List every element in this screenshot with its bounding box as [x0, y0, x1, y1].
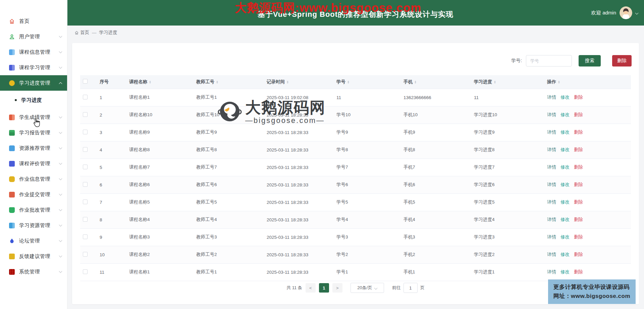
detail-link[interactable]: 详情	[547, 217, 556, 223]
column-header[interactable]: 学号▲▼	[334, 75, 401, 89]
row-checkbox[interactable]	[83, 130, 88, 134]
cell-student-id: 学号1	[334, 263, 401, 281]
search-input[interactable]	[526, 55, 572, 67]
cell-student-id: 学号6	[334, 176, 401, 193]
pagination-page-1[interactable]: 1	[319, 283, 329, 293]
sidebar-item-homework-submit[interactable]: 作业提交管理	[0, 187, 67, 202]
row-checkbox[interactable]	[83, 182, 88, 187]
sidebar-item-feedback[interactable]: 反馈建议管理	[0, 249, 67, 264]
detail-link[interactable]: 详情	[547, 164, 556, 170]
column-header[interactable]: 教师工号▲▼	[194, 75, 264, 89]
sidebar-item-report[interactable]: 学习报告管理	[0, 125, 67, 140]
avatar[interactable]	[620, 6, 632, 19]
sidebar-item-system[interactable]: 系统管理	[0, 264, 67, 279]
edit-link[interactable]: 修改	[560, 147, 570, 153]
column-header[interactable]: 记录时间▲▼	[264, 75, 334, 89]
user-menu[interactable]: 欢迎 admin	[591, 0, 638, 26]
search-button[interactable]: 搜索	[579, 55, 601, 67]
delete-button[interactable]: 删除	[612, 55, 632, 67]
delete-link[interactable]: 删除	[574, 269, 583, 275]
cell-actions: 详情修改删除	[544, 124, 631, 141]
sidebar-item-resource-recommend[interactable]: 资源推荐管理	[0, 140, 67, 156]
detail-link[interactable]: 详情	[547, 147, 556, 153]
edit-link[interactable]: 修改	[560, 199, 570, 205]
row-checkbox[interactable]	[83, 252, 88, 257]
edit-link[interactable]: 修改	[560, 234, 570, 240]
detail-link[interactable]: 详情	[547, 199, 556, 205]
sidebar-item-homework-info[interactable]: 作业信息管理	[0, 171, 67, 187]
edit-link[interactable]: 修改	[560, 269, 570, 275]
sidebar-item-label: 课程学习管理	[19, 64, 50, 71]
row-checkbox[interactable]	[83, 200, 88, 204]
edit-link[interactable]: 修改	[560, 129, 570, 135]
cell-teacher-id: 教师工号6	[194, 176, 264, 193]
column-header[interactable]: 课程名称▲▼	[126, 75, 194, 89]
column-header-label: 记录时间	[267, 79, 285, 85]
sidebar-item-study-resource[interactable]: 学习资源管理	[0, 218, 67, 233]
sidebar-menu: 首页用户管理课程信息管理课程学习管理学习进度管理学习进度学生成绩管理学习报告管理…	[0, 13, 67, 279]
row-checkbox[interactable]	[83, 234, 88, 239]
edit-link[interactable]: 修改	[560, 182, 570, 188]
delete-link[interactable]: 删除	[574, 252, 583, 258]
pagination-next-button[interactable]: >	[332, 283, 342, 293]
detail-link[interactable]: 详情	[547, 94, 556, 100]
delete-link[interactable]: 删除	[574, 112, 583, 118]
detail-link[interactable]: 详情	[547, 182, 556, 188]
table-row: 8课程名称4教师工号42025-03-11 18:28:33学号4手机4学习进度…	[80, 211, 631, 228]
table-row: 7课程名称5教师工号52025-03-11 18:28:33学号5手机5学习进度…	[80, 193, 631, 211]
detail-link[interactable]: 详情	[547, 129, 556, 135]
sort-arrows-icon: ▲▼	[216, 80, 218, 84]
edit-link[interactable]: 修改	[560, 112, 570, 118]
sidebar-item-homework-review[interactable]: 作业批改管理	[0, 202, 67, 218]
edit-link[interactable]: 修改	[560, 164, 570, 170]
delete-link[interactable]: 删除	[574, 199, 583, 205]
sidebar-item-home[interactable]: 首页	[0, 13, 67, 29]
sidebar-item-course-eval[interactable]: 课程评价管理	[0, 156, 67, 171]
sidebar-subitem-learning-progress[interactable]: 学习进度	[0, 91, 67, 109]
sidebar-item-forum[interactable]: 论坛管理	[0, 233, 67, 249]
delete-link[interactable]: 删除	[574, 147, 583, 153]
sidebar-item-course-info[interactable]: 课程信息管理	[0, 44, 67, 60]
cell-teacher-id: 教师工号8	[194, 141, 264, 159]
row-checkbox[interactable]	[83, 112, 88, 117]
column-header: 序号	[97, 75, 126, 89]
sidebar-item-label: 学习报告管理	[19, 130, 50, 136]
row-checkbox[interactable]	[83, 147, 88, 152]
progress-icon	[9, 80, 15, 86]
edit-link[interactable]: 修改	[560, 252, 570, 258]
sidebar-item-users[interactable]: 用户管理	[0, 29, 67, 44]
detail-link[interactable]: 详情	[547, 252, 556, 258]
pagination-prev-button[interactable]: <	[306, 283, 316, 293]
row-checkbox[interactable]	[83, 217, 88, 222]
row-checkbox[interactable]	[83, 95, 88, 99]
delete-link[interactable]: 删除	[574, 129, 583, 135]
column-header[interactable]: 学习进度▲▼	[471, 75, 544, 89]
delete-link[interactable]: 删除	[574, 182, 583, 188]
cell-phone: 手机10	[401, 106, 471, 124]
detail-link[interactable]: 详情	[547, 112, 556, 118]
detail-link[interactable]: 详情	[547, 269, 556, 275]
edit-link[interactable]: 修改	[560, 94, 570, 100]
table-row: 1课程名称1教师工号12025-03-11 19:02:081113623666…	[80, 89, 631, 106]
cell-student-id: 学号2	[334, 246, 401, 263]
column-header[interactable]: 手机▲▼	[401, 75, 471, 89]
edit-link[interactable]: 修改	[560, 217, 570, 223]
sidebar-item-course-study[interactable]: 课程学习管理	[0, 60, 67, 75]
select-all-checkbox[interactable]	[83, 79, 88, 84]
delete-link[interactable]: 删除	[574, 164, 583, 170]
sidebar-item-grades[interactable]: 学生成绩管理	[0, 109, 67, 125]
course-study-icon	[9, 65, 15, 71]
delete-link[interactable]: 删除	[574, 94, 583, 100]
cell-teacher-id: 教师工号1	[194, 89, 264, 106]
row-checkbox[interactable]	[83, 269, 88, 274]
delete-link[interactable]: 删除	[574, 217, 583, 223]
detail-link[interactable]: 详情	[547, 234, 556, 240]
row-checkbox[interactable]	[83, 165, 88, 169]
sidebar-item-progress[interactable]: 学习进度管理	[0, 75, 67, 91]
column-header[interactable]: 操作▲▼	[544, 75, 631, 89]
cell-progress: 学习进度7	[471, 159, 544, 176]
delete-link[interactable]: 删除	[574, 234, 583, 240]
page-size-select[interactable]: 20条/页	[351, 283, 384, 293]
breadcrumb-home[interactable]: 首页	[74, 30, 89, 36]
goto-page-input[interactable]	[404, 283, 418, 293]
